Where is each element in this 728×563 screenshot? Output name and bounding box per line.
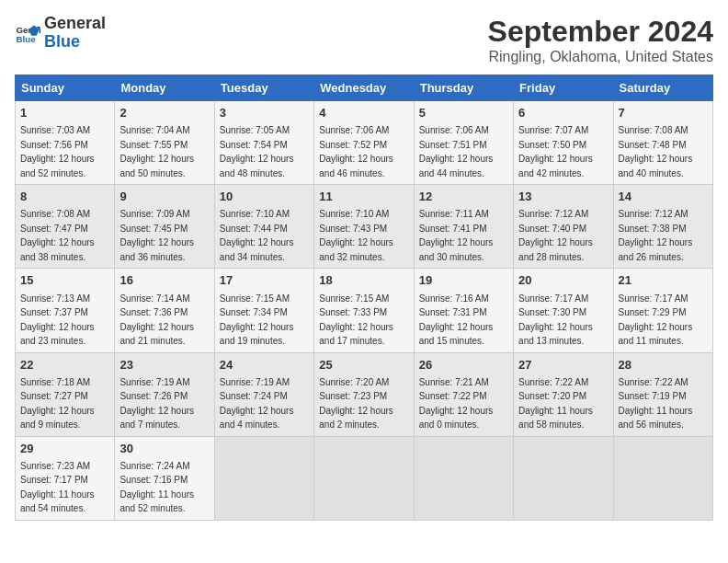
day-number: 29 xyxy=(20,441,109,457)
calendar-body: 1 Sunrise: 7:03 AMSunset: 7:56 PMDayligh… xyxy=(16,101,713,521)
table-row: 4 Sunrise: 7:06 AMSunset: 7:52 PMDayligh… xyxy=(314,101,414,185)
table-row: 10 Sunrise: 7:10 AMSunset: 7:44 PMDaylig… xyxy=(214,185,313,269)
table-row: 24 Sunrise: 7:19 AMSunset: 7:24 PMDaylig… xyxy=(214,352,313,436)
table-row: 26 Sunrise: 7:21 AMSunset: 7:22 PMDaylig… xyxy=(414,352,513,436)
day-info: Sunrise: 7:11 AMSunset: 7:41 PMDaylight:… xyxy=(419,209,494,262)
day-info: Sunrise: 7:21 AMSunset: 7:22 PMDaylight:… xyxy=(419,377,494,431)
day-info: Sunrise: 7:06 AMSunset: 7:52 PMDaylight:… xyxy=(319,125,393,178)
location-title: Ringling, Oklahoma, United States xyxy=(488,49,713,65)
day-info: Sunrise: 7:08 AMSunset: 7:48 PMDaylight:… xyxy=(619,125,693,178)
table-row: 20 Sunrise: 7:17 AMSunset: 7:30 PMDaylig… xyxy=(514,269,613,352)
table-row: 9 Sunrise: 7:09 AMSunset: 7:45 PMDayligh… xyxy=(115,185,214,269)
table-row: 27 Sunrise: 7:22 AMSunset: 7:20 PMDaylig… xyxy=(514,352,613,436)
weekday-friday: Friday xyxy=(514,75,613,101)
table-row: 17 Sunrise: 7:15 AMSunset: 7:34 PMDaylig… xyxy=(214,269,313,352)
weekday-wednesday: Wednesday xyxy=(314,75,414,101)
day-number: 27 xyxy=(518,357,608,373)
calendar-row: 22 Sunrise: 7:18 AMSunset: 7:27 PMDaylig… xyxy=(16,352,713,436)
day-info: Sunrise: 7:24 AMSunset: 7:16 PMDaylight:… xyxy=(119,461,194,514)
day-info: Sunrise: 7:06 AMSunset: 7:51 PMDaylight:… xyxy=(419,125,494,178)
table-row: 6 Sunrise: 7:07 AMSunset: 7:50 PMDayligh… xyxy=(514,101,613,185)
table-row xyxy=(414,436,513,520)
day-number: 2 xyxy=(119,105,209,121)
day-number: 4 xyxy=(319,105,408,121)
day-info: Sunrise: 7:14 AMSunset: 7:36 PMDaylight:… xyxy=(119,293,194,347)
day-info: Sunrise: 7:08 AMSunset: 7:47 PMDaylight:… xyxy=(20,209,95,262)
table-row: 14 Sunrise: 7:12 AMSunset: 7:38 PMDaylig… xyxy=(613,185,712,269)
day-number: 18 xyxy=(319,272,408,289)
table-row: 15 Sunrise: 7:13 AMSunset: 7:37 PMDaylig… xyxy=(16,269,115,352)
calendar-row: 1 Sunrise: 7:03 AMSunset: 7:56 PMDayligh… xyxy=(16,101,713,185)
table-row: 18 Sunrise: 7:15 AMSunset: 7:33 PMDaylig… xyxy=(314,269,414,352)
table-row: 28 Sunrise: 7:22 AMSunset: 7:19 PMDaylig… xyxy=(613,352,712,436)
table-row: 8 Sunrise: 7:08 AMSunset: 7:47 PMDayligh… xyxy=(16,185,115,269)
weekday-thursday: Thursday xyxy=(414,75,513,101)
table-row: 21 Sunrise: 7:17 AMSunset: 7:29 PMDaylig… xyxy=(613,269,712,352)
day-number: 6 xyxy=(518,105,608,121)
table-row: 25 Sunrise: 7:20 AMSunset: 7:23 PMDaylig… xyxy=(314,352,414,436)
day-number: 9 xyxy=(119,189,209,205)
logo-icon: General Blue xyxy=(15,20,40,46)
table-row: 16 Sunrise: 7:14 AMSunset: 7:36 PMDaylig… xyxy=(115,269,214,352)
weekday-sunday: Sunday xyxy=(16,75,115,101)
day-number: 10 xyxy=(220,189,309,205)
day-number: 5 xyxy=(419,105,508,121)
day-number: 19 xyxy=(419,272,508,289)
table-row: 19 Sunrise: 7:16 AMSunset: 7:31 PMDaylig… xyxy=(414,269,513,352)
day-info: Sunrise: 7:07 AMSunset: 7:50 PMDaylight:… xyxy=(518,125,593,178)
calendar-row: 8 Sunrise: 7:08 AMSunset: 7:47 PMDayligh… xyxy=(16,185,713,269)
weekday-tuesday: Tuesday xyxy=(214,75,313,101)
table-row: 23 Sunrise: 7:19 AMSunset: 7:26 PMDaylig… xyxy=(115,352,214,436)
table-row: 22 Sunrise: 7:18 AMSunset: 7:27 PMDaylig… xyxy=(16,352,115,436)
day-number: 30 xyxy=(119,441,209,457)
day-info: Sunrise: 7:10 AMSunset: 7:44 PMDaylight:… xyxy=(220,209,294,262)
page-header: General Blue General Blue September 2024… xyxy=(15,15,713,65)
table-row: 12 Sunrise: 7:11 AMSunset: 7:41 PMDaylig… xyxy=(414,185,513,269)
title-area: September 2024 Ringling, Oklahoma, Unite… xyxy=(488,15,713,65)
day-info: Sunrise: 7:22 AMSunset: 7:20 PMDaylight:… xyxy=(518,377,593,431)
day-number: 22 xyxy=(20,357,109,373)
day-info: Sunrise: 7:20 AMSunset: 7:23 PMDaylight:… xyxy=(319,377,393,431)
day-info: Sunrise: 7:03 AMSunset: 7:56 PMDaylight:… xyxy=(20,125,95,178)
day-number: 16 xyxy=(119,272,209,289)
day-number: 24 xyxy=(220,357,309,373)
table-row: 3 Sunrise: 7:05 AMSunset: 7:54 PMDayligh… xyxy=(214,101,313,185)
logo: General Blue General Blue xyxy=(15,15,106,52)
day-number: 20 xyxy=(518,272,608,289)
calendar-row: 29 Sunrise: 7:23 AMSunset: 7:17 PMDaylig… xyxy=(16,436,713,520)
day-number: 15 xyxy=(20,272,109,289)
table-row: 7 Sunrise: 7:08 AMSunset: 7:48 PMDayligh… xyxy=(613,101,712,185)
day-number: 12 xyxy=(419,189,508,205)
calendar-table: Sunday Monday Tuesday Wednesday Thursday… xyxy=(15,75,713,521)
table-row: 30 Sunrise: 7:24 AMSunset: 7:16 PMDaylig… xyxy=(115,436,214,520)
table-row: 13 Sunrise: 7:12 AMSunset: 7:40 PMDaylig… xyxy=(514,185,613,269)
table-row xyxy=(613,436,712,520)
day-info: Sunrise: 7:19 AMSunset: 7:26 PMDaylight:… xyxy=(119,377,194,431)
logo-text: General Blue xyxy=(44,15,106,52)
day-info: Sunrise: 7:05 AMSunset: 7:54 PMDaylight:… xyxy=(220,125,294,178)
day-number: 1 xyxy=(20,105,109,121)
day-info: Sunrise: 7:13 AMSunset: 7:37 PMDaylight:… xyxy=(20,293,95,347)
table-row: 1 Sunrise: 7:03 AMSunset: 7:56 PMDayligh… xyxy=(16,101,115,185)
table-row xyxy=(214,436,313,520)
day-info: Sunrise: 7:16 AMSunset: 7:31 PMDaylight:… xyxy=(419,293,494,347)
day-info: Sunrise: 7:15 AMSunset: 7:33 PMDaylight:… xyxy=(319,293,393,347)
day-number: 11 xyxy=(319,189,408,205)
weekday-saturday: Saturday xyxy=(613,75,712,101)
weekday-header-row: Sunday Monday Tuesday Wednesday Thursday… xyxy=(16,75,713,101)
table-row xyxy=(314,436,414,520)
table-row: 11 Sunrise: 7:10 AMSunset: 7:43 PMDaylig… xyxy=(314,185,414,269)
day-info: Sunrise: 7:04 AMSunset: 7:55 PMDaylight:… xyxy=(119,125,194,178)
day-number: 7 xyxy=(619,105,708,121)
day-number: 14 xyxy=(619,189,708,205)
day-info: Sunrise: 7:09 AMSunset: 7:45 PMDaylight:… xyxy=(119,209,194,262)
day-number: 3 xyxy=(220,105,309,121)
day-info: Sunrise: 7:10 AMSunset: 7:43 PMDaylight:… xyxy=(319,209,393,262)
day-number: 8 xyxy=(20,189,109,205)
table-row xyxy=(514,436,613,520)
table-row: 2 Sunrise: 7:04 AMSunset: 7:55 PMDayligh… xyxy=(115,101,214,185)
day-number: 26 xyxy=(419,357,508,373)
day-info: Sunrise: 7:22 AMSunset: 7:19 PMDaylight:… xyxy=(619,377,693,431)
day-info: Sunrise: 7:19 AMSunset: 7:24 PMDaylight:… xyxy=(220,377,294,431)
day-info: Sunrise: 7:15 AMSunset: 7:34 PMDaylight:… xyxy=(220,293,294,347)
